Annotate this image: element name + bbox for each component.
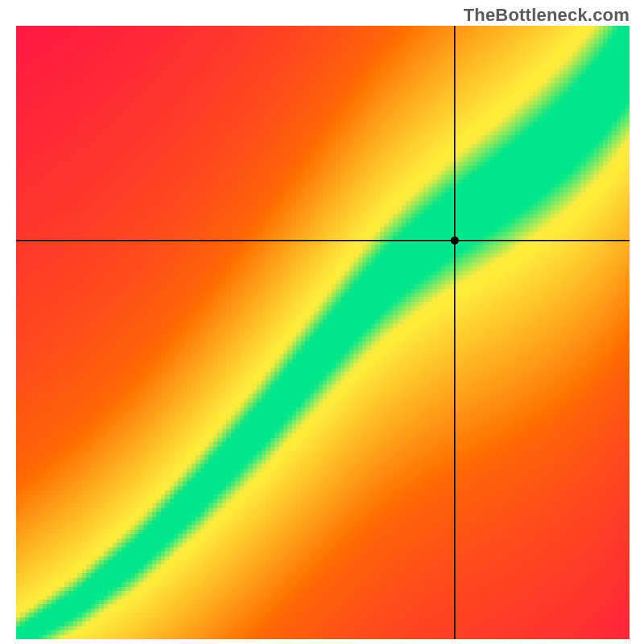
chart-container: TheBottleneck.com — [0, 0, 644, 644]
bottleneck-heatmap — [0, 0, 644, 644]
watermark: TheBottleneck.com — [464, 5, 630, 26]
